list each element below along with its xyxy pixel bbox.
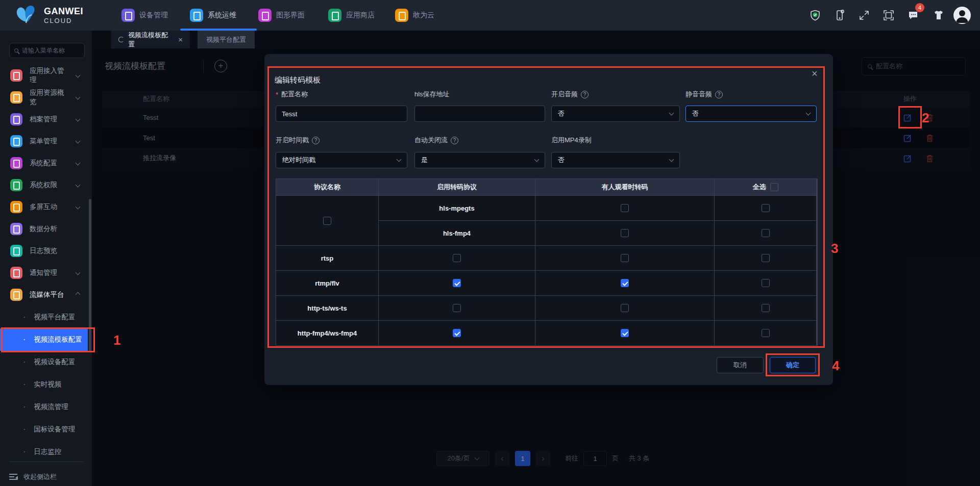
theme-shirt-icon[interactable] (933, 9, 945, 21)
sidebar-subitem-gb-device-mgmt[interactable]: ·国标设备管理 (0, 418, 88, 441)
chevron-down-icon (76, 95, 81, 100)
logo-title: GANWEI (44, 6, 83, 17)
nav-item-label: 敢为云 (413, 11, 434, 20)
mobile-device-icon[interactable] (834, 9, 846, 21)
bullet-icon: · (23, 358, 26, 366)
collapse-sidebar-button[interactable]: 收起侧边栏 (9, 467, 57, 486)
sidebar-item-label: 流媒体平台 (30, 290, 69, 299)
active-nav-underline (180, 29, 257, 31)
bullet-icon: · (23, 403, 26, 411)
graphic-ui-icon (258, 9, 272, 22)
user-avatar[interactable] (953, 7, 971, 24)
subitem-label: 视频设备配置 (34, 357, 75, 367)
brand-logo[interactable]: GANWEI CLOUD (13, 3, 83, 28)
sidebar-item-label: 应用资源概览 (30, 88, 69, 107)
sidebar-item-system-config[interactable]: 系统配置 (0, 152, 88, 174)
sidebar-item-label: 应用接入管理 (30, 66, 69, 85)
tab-video-platform-config[interactable]: 视频平台配置 (198, 31, 255, 48)
security-shield-icon[interactable] (809, 9, 821, 21)
annotation-label-4: 4 (832, 358, 839, 374)
refresh-icon[interactable] (118, 37, 124, 42)
archives-icon (10, 113, 22, 125)
fullscreen-icon[interactable] (858, 9, 870, 21)
sidebar-item-label: 多屏互动 (30, 202, 69, 212)
nav-item-graphic-ui[interactable]: 图形界面 (258, 0, 305, 31)
chevron-down-icon (76, 270, 81, 275)
sidebar-item-multiscreen[interactable]: 多屏互动 (0, 196, 88, 218)
sidebar-divider (9, 462, 84, 462)
screenshot-frame-icon[interactable] (883, 9, 895, 21)
search-icon (14, 48, 18, 53)
sidebar-item-label: 数据分析 (30, 224, 88, 234)
nav-item-system-ops[interactable]: 系统运维 (190, 0, 236, 31)
sidebar-item-log-preview[interactable]: 日志预览 (0, 240, 88, 262)
sidebar-item-notifications[interactable]: 通知管理 (0, 262, 88, 284)
sidebar-item-system-permissions[interactable]: 系统权限 (0, 174, 88, 196)
sidebar: 请输入菜单名称 应用接入管理 应用资源概览 档案管理 菜单管理 系统配置 系统权… (0, 31, 92, 486)
menu-search-placeholder: 请输入菜单名称 (22, 46, 65, 55)
sidebar-item-app-resources[interactable]: 应用资源概览 (0, 86, 88, 108)
annotation-label-3: 3 (831, 241, 838, 257)
notifications-icon (10, 267, 22, 279)
sidebar-item-label: 通知管理 (30, 268, 69, 277)
menu-mgmt-icon (10, 135, 22, 147)
sidebar-subitem-log-monitor[interactable]: ·日志监控 (0, 441, 88, 463)
sidebar-subitem-video-device-config[interactable]: ·视频设备配置 (0, 351, 88, 373)
sidebar-item-data-analysis[interactable]: 数据分析 (0, 218, 88, 240)
collapse-label: 收起侧边栏 (23, 472, 57, 481)
close-tab-icon[interactable]: × (178, 36, 183, 43)
chevron-down-icon (76, 73, 81, 78)
sidebar-item-menu-mgmt[interactable]: 菜单管理 (0, 130, 88, 152)
logo-subtitle: CLOUD (44, 17, 83, 24)
system-ops-icon (190, 9, 203, 22)
chevron-down-icon (76, 117, 81, 122)
chevron-down-icon (76, 161, 81, 166)
ganwei-cloud-icon (395, 9, 408, 22)
sidebar-subitem-video-stream-mgmt[interactable]: ·视频流管理 (0, 396, 88, 418)
nav-item-device-mgmt[interactable]: 设备管理 (121, 0, 168, 31)
annotation-box-1 (1, 327, 95, 352)
subitem-label: 日志监控 (34, 447, 61, 456)
collapse-icon (9, 474, 17, 480)
annotation-label-2: 2 (922, 110, 929, 126)
nav-item-label: 设备管理 (139, 11, 168, 20)
app-access-icon (10, 69, 22, 82)
sidebar-item-label: 系统配置 (30, 159, 69, 168)
chevron-down-icon (76, 183, 81, 188)
annotation-label-1: 1 (113, 332, 120, 348)
bullet-icon: · (23, 448, 26, 456)
top-navbar: GANWEI CLOUD 设备管理 系统运维 图形界面 应用商店 敢为云 (0, 0, 980, 31)
sidebar-item-label: 档案管理 (30, 115, 69, 124)
log-preview-icon (10, 245, 22, 257)
bullet-icon: · (23, 380, 26, 389)
menu-search-input[interactable]: 请输入菜单名称 (9, 43, 85, 58)
annotation-box-2 (898, 106, 922, 129)
tab-label: 视频平台配置 (206, 35, 246, 44)
tab-label: 视频流模板配置 (128, 31, 174, 49)
sidebar-item-archives[interactable]: 档案管理 (0, 108, 88, 130)
nav-item-app-store[interactable]: 应用商店 (328, 0, 375, 31)
sidebar-item-label: 日志预览 (30, 246, 88, 255)
nav-item-ganwei-cloud[interactable]: 敢为云 (395, 0, 434, 31)
device-mgmt-icon (121, 9, 135, 22)
sidebar-item-app-access[interactable]: 应用接入管理 (0, 64, 88, 86)
sidebar-item-label: 菜单管理 (30, 137, 69, 146)
nav-item-label: 图形界面 (276, 11, 305, 20)
sidebar-subitem-video-platform-config[interactable]: ·视频平台配置 (0, 306, 88, 328)
tab-bar: 视频流模板配置 × 视频平台配置 (92, 31, 980, 48)
subitem-label: 视频平台配置 (34, 313, 75, 322)
app-resources-icon (10, 91, 22, 104)
sidebar-subitem-live-video[interactable]: ·实时视频 (0, 373, 88, 396)
data-analysis-icon (10, 223, 22, 235)
tab-video-stream-template[interactable]: 视频流模板配置 × (111, 31, 190, 48)
system-permissions-icon (10, 179, 22, 191)
nav-item-label: 应用商店 (346, 11, 375, 20)
subitem-label: 国标设备管理 (34, 425, 75, 434)
subitem-label: 视频流管理 (34, 402, 68, 412)
bullet-icon: · (23, 425, 26, 433)
butterfly-logo-icon (13, 3, 39, 28)
chevron-down-icon (76, 139, 81, 144)
sidebar-item-label: 系统权限 (30, 181, 69, 190)
sidebar-item-streaming-platform[interactable]: 流媒体平台 (0, 284, 88, 305)
cancel-button[interactable]: 取消 (717, 357, 764, 373)
